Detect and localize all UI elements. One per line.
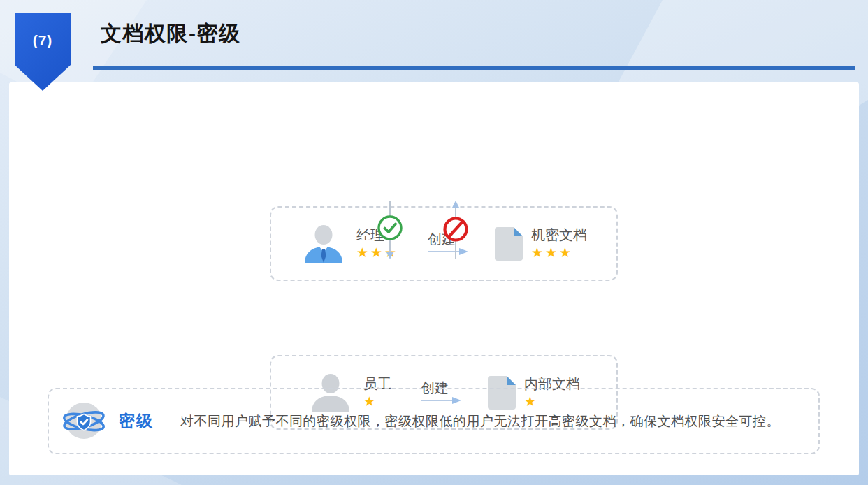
- chapter-badge: (7): [15, 13, 71, 91]
- title-underline: [93, 66, 855, 70]
- denied-open-arrow: [442, 200, 470, 260]
- page-title: 文档权限-密级: [101, 20, 241, 48]
- allowed-open-arrow: [376, 200, 404, 260]
- security-globe-icon: [62, 400, 106, 443]
- document-star-rating: ★★★: [531, 245, 587, 261]
- summary-text: 对不同用户赋予不同的密级权限，密级权限低的用户无法打开高密级文档，确保文档权限安…: [180, 412, 780, 430]
- document-label: 机密文档: [531, 226, 587, 243]
- no-entry-icon: [445, 219, 467, 240]
- chapter-number: (7): [33, 32, 53, 91]
- document-labels: 机密文档 ★★★: [531, 226, 587, 261]
- slide: (7) 文档权限-密级 经理 ★★★ 创建: [0, 0, 868, 485]
- content-panel: 经理 ★★★ 创建 机密文档 ★★★: [9, 82, 859, 475]
- manager-person-icon: [301, 225, 347, 263]
- summary-box: 密级 对不同用户赋予不同的密级权限，密级权限低的用户无法打开高密级文档，确保文档…: [48, 388, 820, 454]
- summary-label: 密级: [119, 410, 154, 432]
- check-circle-icon: [379, 217, 401, 239]
- confidential-document-icon: [495, 227, 523, 261]
